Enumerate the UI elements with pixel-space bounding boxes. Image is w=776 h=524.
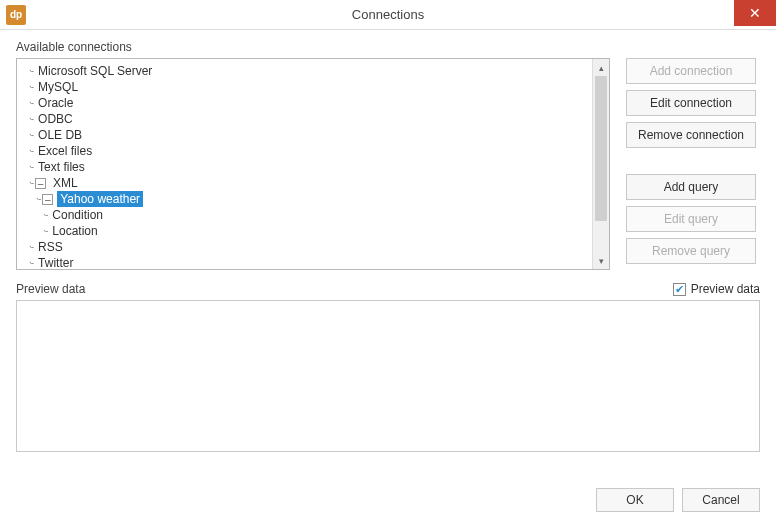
remove-connection-button[interactable]: Remove connection: [626, 122, 756, 148]
tree-item-label[interactable]: Yahoo weather: [57, 191, 143, 207]
tree-item-label[interactable]: RSS: [35, 239, 66, 255]
scroll-thumb[interactable]: [595, 76, 607, 221]
add-query-button[interactable]: Add query: [626, 174, 756, 200]
remove-query-button[interactable]: Remove query: [626, 238, 756, 264]
preview-data-label: Preview data: [16, 282, 85, 296]
tree-scrollbar[interactable]: ▴ ▾: [592, 59, 609, 269]
scroll-down-button[interactable]: ▾: [593, 252, 609, 269]
window-title: Connections: [0, 7, 776, 22]
edit-connection-button[interactable]: Edit connection: [626, 90, 756, 116]
tree-guide-icon: ·-: [29, 223, 49, 239]
edit-query-button[interactable]: Edit query: [626, 206, 756, 232]
tree-item[interactable]: ·- –XML: [29, 175, 605, 191]
add-connection-button[interactable]: Add connection: [626, 58, 756, 84]
cancel-button[interactable]: Cancel: [682, 488, 760, 512]
tree-item-label[interactable]: OLE DB: [35, 127, 85, 143]
tree-guide-icon: ·-: [29, 191, 42, 207]
tree-item-label[interactable]: Microsoft SQL Server: [35, 63, 155, 79]
tree-item[interactable]: ·- MySQL: [29, 79, 605, 95]
tree-item-label[interactable]: Oracle: [35, 95, 76, 111]
tree-guide-icon: ·-: [29, 207, 49, 223]
tree-item[interactable]: ·- Condition: [29, 207, 605, 223]
tree-item[interactable]: ·- RSS: [29, 239, 605, 255]
tree-item-label[interactable]: Condition: [49, 207, 106, 223]
close-button[interactable]: ✕: [734, 0, 776, 26]
tree-item[interactable]: ·- Text files: [29, 159, 605, 175]
tree-item-label[interactable]: ODBC: [35, 111, 76, 127]
app-icon: dp: [6, 5, 26, 25]
tree-item-label[interactable]: Twitter: [35, 255, 76, 270]
tree-expander-icon[interactable]: –: [42, 194, 53, 205]
available-connections-label: Available connections: [16, 40, 760, 54]
tree-item-label[interactable]: Location: [49, 223, 100, 239]
action-buttons: Add connection Edit connection Remove co…: [626, 58, 756, 264]
tree-expander-icon[interactable]: –: [35, 178, 46, 189]
preview-data-checkbox-label: Preview data: [691, 282, 760, 296]
close-icon: ✕: [749, 5, 761, 21]
preview-data-checkbox-row[interactable]: ✔ Preview data: [673, 282, 760, 296]
preview-data-checkbox[interactable]: ✔: [673, 283, 686, 296]
scroll-track[interactable]: [593, 76, 609, 252]
tree-item[interactable]: ·- –Yahoo weather: [29, 191, 605, 207]
tree-item[interactable]: ·- Oracle: [29, 95, 605, 111]
connections-tree[interactable]: ·- Microsoft SQL Server·- MySQL·- Oracle…: [16, 58, 610, 270]
tree-item[interactable]: ·- Excel files: [29, 143, 605, 159]
tree-item-label[interactable]: XML: [50, 175, 81, 191]
tree-item[interactable]: ·- ODBC: [29, 111, 605, 127]
dialog-footer: OK Cancel: [596, 488, 760, 512]
tree-item[interactable]: ·- OLE DB: [29, 127, 605, 143]
tree-item-label[interactable]: Text files: [35, 159, 88, 175]
tree-item-label[interactable]: MySQL: [35, 79, 81, 95]
scroll-up-button[interactable]: ▴: [593, 59, 609, 76]
tree-item-label[interactable]: Excel files: [35, 143, 95, 159]
tree-item[interactable]: ·- Twitter: [29, 255, 605, 270]
tree-item[interactable]: ·- Location: [29, 223, 605, 239]
tree-item[interactable]: ·- Microsoft SQL Server: [29, 63, 605, 79]
titlebar: dp Connections ✕: [0, 0, 776, 30]
ok-button[interactable]: OK: [596, 488, 674, 512]
preview-data-area: [16, 300, 760, 452]
